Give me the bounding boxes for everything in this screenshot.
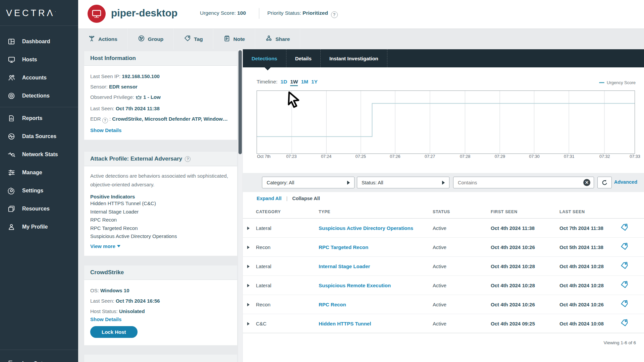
left-panel-scrollbar[interactable]: [238, 49, 243, 362]
x-tick-label: 07:27: [425, 154, 435, 159]
table-row[interactable]: ReconRPC Targeted ReconActiveOct 4th 202…: [243, 238, 644, 257]
sidebar-item-log-out[interactable]: Log Out: [0, 355, 78, 362]
tab-details[interactable]: Details: [286, 49, 321, 67]
show-details-link[interactable]: Show Details: [90, 316, 231, 322]
x-tick-label: 07:31: [564, 154, 574, 159]
x-tick-label: 07:23: [286, 154, 297, 159]
detection-type-link[interactable]: Internal Stage Loader: [319, 263, 370, 269]
table-row[interactable]: C&CHidden HTTPS TunnelActiveOct 4th 2024…: [243, 314, 644, 333]
sidebar-item-label: Network Stats: [22, 152, 58, 158]
contains-search-box: ✕: [453, 177, 594, 188]
timeline-range-1d[interactable]: 1D: [280, 79, 287, 84]
panel-title: CrowdStrike: [84, 265, 237, 280]
tab-detections[interactable]: Detections: [243, 49, 286, 67]
sidebar-item-settings[interactable]: Settings: [0, 182, 78, 200]
scrollbar-thumb[interactable]: [238, 50, 242, 154]
sidebar-item-accounts[interactable]: Accounts: [0, 69, 78, 87]
tag-icon: [184, 35, 191, 43]
detections-table: CATEGORYTYPESTATUSFIRST SEENLAST SEEN La…: [243, 206, 644, 333]
contains-input[interactable]: [458, 180, 583, 185]
detection-type-link[interactable]: Suspicious Remote Execution: [319, 283, 391, 288]
expand-row-icon[interactable]: [247, 246, 250, 249]
tag-icon[interactable]: [620, 300, 629, 309]
advanced-link[interactable]: Advanced: [614, 179, 637, 185]
sidebar-item-detections[interactable]: Detections: [0, 87, 78, 105]
detection-type-link[interactable]: RPC Targeted Recon: [319, 244, 368, 250]
actions-button[interactable]: Actions: [78, 29, 128, 49]
tab-bar: DetectionsDetailsInstant Investigation: [243, 49, 644, 67]
page-title: piper-desktop: [111, 7, 177, 19]
host-info-row: Observed Privilege: 1 - Low: [90, 92, 231, 103]
action-label: Tag: [194, 36, 203, 42]
circle-question-icon[interactable]: ?: [102, 118, 108, 123]
expand-row-icon[interactable]: [247, 265, 250, 268]
share-button[interactable]: Share: [255, 29, 300, 49]
sidebar-item-log-out-inner[interactable]: Log Out: [0, 355, 78, 362]
view-more-link[interactable]: View more: [90, 243, 231, 249]
tag-icon[interactable]: [620, 281, 629, 290]
table-row[interactable]: LateralSuspicious Remote ExecutionActive…: [243, 276, 644, 295]
circle-question-icon[interactable]: ?: [185, 156, 191, 162]
sidebar-item-network-stats[interactable]: Network Stats: [0, 145, 78, 164]
lock-host-button[interactable]: Lock Host: [90, 326, 138, 338]
cell-status: Active: [433, 302, 446, 307]
group-button[interactable]: Group: [128, 29, 174, 49]
chevron-down-icon: [117, 245, 121, 248]
timeline-range-1w[interactable]: 1W: [290, 79, 298, 86]
category-filter-dropdown[interactable]: Category: All: [262, 177, 355, 188]
sidebar-item-reports[interactable]: Reports: [0, 109, 78, 127]
note-button[interactable]: Note: [213, 29, 255, 49]
tab-instant-investigation[interactable]: Instant Investigation: [321, 49, 387, 67]
table-row[interactable]: ReconRPC ReconActiveOct 4th 2024 10:26Oc…: [243, 295, 644, 314]
cell-first-seen: Oct 4th 2024 10:26: [491, 302, 535, 307]
expand-all-link[interactable]: Expand All: [257, 196, 281, 201]
sidebar-item-manage[interactable]: Manage: [0, 164, 78, 182]
expand-row-icon[interactable]: [247, 322, 250, 325]
host-type-icon: [88, 5, 106, 23]
sidebar-item-dashboard[interactable]: Dashboard: [0, 33, 78, 51]
expand-row-icon[interactable]: [247, 284, 250, 287]
clear-input-icon[interactable]: ✕: [583, 179, 590, 186]
panel-title: Host Information: [84, 51, 237, 66]
sidebar-item-hosts[interactable]: Hosts: [0, 51, 78, 69]
attack-profile-panel: Attack Profile: External Adversary ? Act…: [84, 152, 237, 256]
sidebar: VECTRΛ· DashboardHostsAccountsDetections…: [0, 0, 78, 362]
tag-icon[interactable]: [620, 319, 629, 328]
cell-status: Active: [433, 321, 446, 326]
sidebar-item-my-profile[interactable]: My Profile: [0, 218, 78, 236]
expand-row-icon[interactable]: [247, 227, 250, 230]
tag-icon[interactable]: [620, 242, 629, 252]
crown-icon: [136, 93, 142, 103]
expand-row-icon[interactable]: [247, 303, 250, 306]
report-icon: [7, 114, 16, 122]
undo-icon: [601, 179, 608, 186]
tag-icon[interactable]: [620, 223, 629, 233]
timeline-range-1y[interactable]: 1Y: [311, 79, 318, 84]
sidebar-item-label: Log Out: [22, 361, 43, 362]
status-filter-dropdown[interactable]: Status: All: [357, 177, 449, 188]
detection-type-link[interactable]: Suspicious Active Directory Operations: [319, 225, 413, 231]
table-row[interactable]: LateralSuspicious Active Directory Opera…: [243, 219, 644, 238]
column-header-first-seen: FIRST SEEN: [491, 209, 518, 214]
urgency-score-chart[interactable]: [257, 90, 635, 154]
caret-right-icon: [442, 181, 445, 185]
sidebar-item-label: Hosts: [22, 57, 37, 63]
circle-question-icon[interactable]: ?: [331, 11, 338, 18]
sidebar-item-data-sources[interactable]: Data Sources: [0, 127, 78, 145]
x-tick-label: 07:24: [321, 154, 331, 159]
show-details-link[interactable]: Show Details: [90, 127, 231, 133]
filter-bar: Category: All Status: All ✕ Advanced: [243, 173, 644, 192]
detection-type-link[interactable]: Hidden HTTPS Tunnel: [319, 321, 371, 326]
collapse-all-link[interactable]: Collapse All: [292, 196, 320, 201]
table-row[interactable]: LateralInternal Stage LoaderActiveOct 4t…: [243, 257, 644, 276]
timeline-range-1m[interactable]: 1M: [301, 79, 308, 84]
tag-button[interactable]: Tag: [174, 29, 213, 49]
host-header: piper-desktop Urgency Score: 100 Priorit…: [78, 0, 644, 29]
reset-filters-button[interactable]: [597, 177, 612, 188]
sidebar-item-resources[interactable]: Resources: [0, 200, 78, 218]
tag-icon[interactable]: [620, 261, 629, 271]
cell-last-seen: Oct 4th 2024 10:08: [559, 321, 604, 326]
app-canvas: VECTRΛ· DashboardHostsAccountsDetections…: [0, 0, 644, 362]
detection-type-link[interactable]: RPC Recon: [319, 302, 346, 307]
sidebar-item-label: Data Sources: [22, 133, 56, 139]
